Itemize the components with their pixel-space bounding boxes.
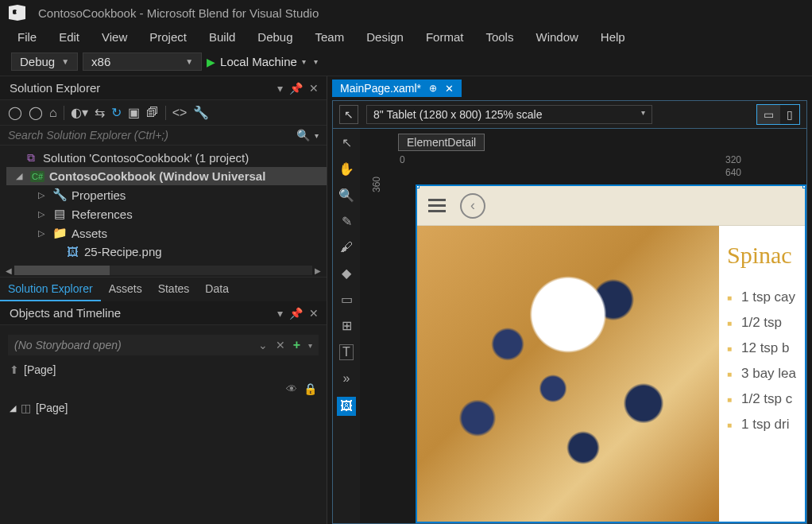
brush-tool-icon[interactable]: 🖌 (340, 240, 353, 254)
lock-icon[interactable]: 🔒 (304, 382, 317, 395)
asset-tool-icon[interactable]: 🖼 (337, 397, 356, 416)
document-tab[interactable]: MainPage.xaml* ⊕ ✕ (332, 80, 462, 97)
scroll-track[interactable] (14, 266, 312, 275)
text-tool-icon[interactable]: T (339, 344, 354, 360)
designer-toolbar: ↖ 8" Tablet (1280 x 800) 125% scale ▾ ▭ … (332, 100, 807, 129)
forward-icon[interactable]: ◯ (29, 105, 43, 120)
back-button-icon[interactable]: ‹ (460, 193, 485, 219)
menu-window[interactable]: Window (524, 27, 589, 47)
tree-references-node[interactable]: ▷ ▤ References (6, 204, 327, 223)
tab-states[interactable]: States (150, 278, 198, 301)
object-row[interactable]: ◢ ◫ [Page] (8, 398, 319, 417)
tab-assets[interactable]: Assets (101, 278, 150, 301)
menu-edit[interactable]: Edit (48, 27, 91, 47)
more-tools-icon[interactable]: » (343, 371, 350, 386)
landscape-icon[interactable]: ▭ (757, 105, 780, 124)
gradient-tool-icon[interactable]: ◆ (342, 266, 351, 281)
device-dropdown[interactable]: 8" Tablet (1280 x 800) 125% scale ▾ (366, 105, 652, 124)
add-storyboard-icon[interactable]: + (293, 338, 300, 352)
code-icon[interactable]: <> (172, 106, 188, 120)
resize-handle[interactable] (416, 184, 420, 188)
grid-tool-icon[interactable]: ⊞ (342, 318, 352, 333)
ingredient-list: 1 tsp cay 1/2 tsp 12 tsp b 3 bay lea 1/2… (727, 285, 797, 437)
sync-icon[interactable]: ◐▾ (71, 105, 88, 120)
expand-arrow-icon[interactable]: ▷ (38, 190, 48, 200)
pin-icon[interactable]: 📌 (289, 82, 303, 95)
ingredient-item: 1 tsp dri (727, 412, 797, 437)
portrait-icon[interactable]: ▯ (780, 105, 799, 124)
close-icon[interactable]: ✕ (309, 82, 319, 95)
menu-format[interactable]: Format (415, 27, 475, 47)
ingredient-item: 1 tsp cay (727, 285, 797, 310)
storyboard-close-icon[interactable]: ✕ (276, 339, 285, 351)
scope-up-icon[interactable]: ⬆ (10, 363, 19, 376)
collapse-icon[interactable]: ▣ (128, 105, 140, 120)
storyboard-menu-icon[interactable]: ▾ (308, 341, 312, 350)
selection-tool-icon[interactable]: ↖ (339, 105, 358, 124)
home-icon[interactable]: ⌂ (49, 106, 57, 120)
properties-icon[interactable]: 🔧 (193, 105, 209, 120)
config-dropdown[interactable]: Debug ▼ (11, 52, 78, 71)
expand-arrow-icon[interactable]: ◢ (16, 171, 25, 181)
pan-tool-icon[interactable]: ✋ (338, 161, 354, 177)
swap-icon[interactable]: ⇆ (95, 105, 105, 120)
solution-search-input[interactable] (8, 129, 296, 142)
hamburger-icon[interactable] (428, 199, 446, 212)
menu-project[interactable]: Project (138, 27, 198, 47)
chevron-down-icon[interactable]: ▾ (302, 57, 306, 66)
refresh-icon[interactable]: ↻ (111, 105, 122, 120)
overflow-icon[interactable]: ▾ (314, 57, 318, 66)
eyedropper-tool-icon[interactable]: ✎ (342, 214, 352, 229)
solution-explorer-header: Solution Explorer ▾ 📌 ✕ (0, 76, 327, 100)
tree-file-node[interactable]: 🖼 25-Recipe.png (6, 243, 327, 261)
panel-menu-icon[interactable]: ▾ (277, 307, 283, 320)
play-icon[interactable]: ▶ (207, 56, 215, 68)
eye-icon[interactable]: 👁 (286, 382, 297, 395)
pin-icon[interactable]: 📌 (289, 307, 303, 320)
design-tool-column: ↖ ✋ 🔍 ✎ 🖌 ◆ ▭ ⊞ T » 🖼 (333, 129, 360, 523)
run-target[interactable]: Local Machine (220, 55, 297, 68)
scroll-left-icon[interactable]: ◀ (3, 266, 14, 275)
expand-arrow-icon[interactable]: ◢ (10, 403, 16, 413)
design-artboard[interactable]: ‹ Spinac 1 tsp cay 1/2 tsp 12 tsp b 3 ba… (416, 184, 806, 523)
search-icon[interactable]: 🔍 (296, 129, 310, 142)
tree-solution-node[interactable]: ⧉ Solution 'ContosoCookbook' (1 project) (6, 149, 327, 167)
tree-assets-node[interactable]: ▷ 📁 Assets (6, 223, 327, 243)
storyboard-dropdown-icon[interactable]: ⌄ (258, 339, 268, 351)
panel-menu-icon[interactable]: ▾ (277, 82, 283, 95)
expand-arrow-icon[interactable]: ▷ (38, 228, 48, 239)
menu-help[interactable]: Help (590, 27, 636, 47)
scroll-right-icon[interactable]: ▶ (312, 266, 323, 275)
menu-tools[interactable]: Tools (474, 27, 524, 47)
menu-view[interactable]: View (91, 27, 138, 47)
search-options-icon[interactable]: ▾ (315, 131, 319, 140)
menu-design[interactable]: Design (355, 27, 415, 47)
back-icon[interactable]: ◯ (8, 105, 22, 120)
tree-hscrollbar[interactable]: ◀ ▶ (0, 264, 327, 277)
pointer-tool-icon[interactable]: ↖ (342, 135, 352, 150)
expand-arrow-icon[interactable]: ▷ (38, 209, 48, 219)
scroll-thumb[interactable] (14, 266, 110, 275)
storyboard-row: (No Storyboard open) ⌄ ✕ + ▾ (8, 335, 319, 355)
menu-debug[interactable]: Debug (246, 27, 304, 47)
recipe-details: Spinac 1 tsp cay 1/2 tsp 12 tsp b 3 bay … (719, 226, 805, 522)
tree-properties-node[interactable]: ▷ 🔧 Properties (6, 185, 327, 204)
close-icon[interactable]: ✕ (309, 307, 319, 320)
object-row-visibility: 👁 🔒 (8, 379, 319, 398)
platform-dropdown[interactable]: x86 ▼ (83, 52, 202, 71)
rectangle-tool-icon[interactable]: ▭ (341, 292, 353, 307)
close-tab-icon[interactable]: ✕ (445, 83, 454, 95)
menu-file[interactable]: File (6, 27, 48, 47)
selected-element-chip[interactable]: ElementDetail (398, 134, 485, 151)
menu-team[interactable]: Team (304, 27, 356, 47)
pin-icon[interactable]: ⊕ (429, 83, 437, 94)
resize-handle[interactable] (802, 184, 806, 188)
zoom-tool-icon[interactable]: 🔍 (338, 188, 354, 203)
tab-solution-explorer[interactable]: Solution Explorer (0, 278, 101, 301)
show-all-icon[interactable]: 🗊 (146, 106, 159, 120)
tab-data[interactable]: Data (197, 278, 237, 301)
object-row[interactable]: ⬆ [Page] (8, 360, 319, 379)
tree-project-node[interactable]: ◢ C# ContosoCookbook (Window Universal (6, 167, 327, 185)
node-label: References (72, 208, 133, 221)
menu-build[interactable]: Build (198, 27, 246, 47)
